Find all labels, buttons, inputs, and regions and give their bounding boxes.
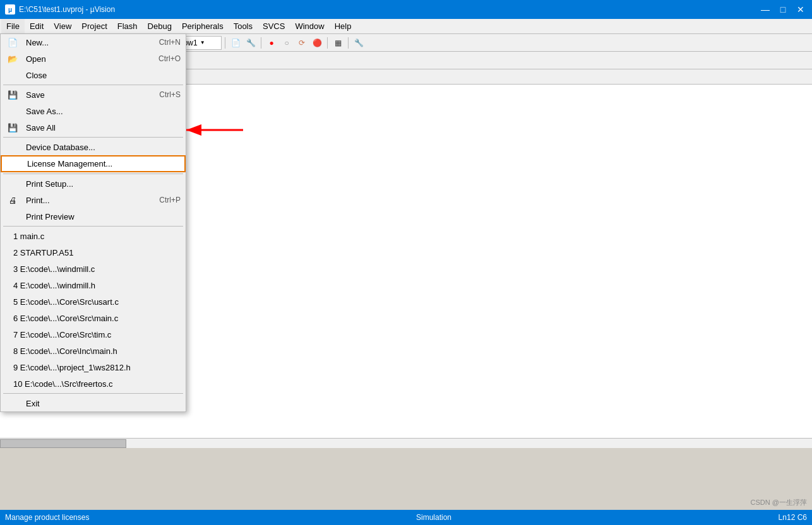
- recent-2[interactable]: 2 STARTUP.A51: [1, 244, 186, 261]
- dropdown-arrow: ▼: [200, 40, 205, 45]
- recent-9-label: 9 E:\code\...\project_1\ws2812.h: [13, 363, 131, 372]
- open-shortcut: Ctrl+O: [158, 54, 181, 63]
- status-bar: Manage product licenses Simulation Ln12 …: [0, 510, 812, 525]
- menu-print[interactable]: 🖨 Print... Ctrl+P: [1, 192, 186, 208]
- menu-help[interactable]: Help: [330, 19, 357, 33]
- status-right: Ln12 C6: [779, 513, 807, 522]
- menu-edit[interactable]: Edit: [25, 19, 49, 33]
- recent-1[interactable]: 1 main.c: [1, 228, 186, 244]
- menu-saveas[interactable]: Save As...: [1, 103, 186, 119]
- menu-print-preview[interactable]: Print Preview: [1, 208, 186, 225]
- sep6: [327, 37, 328, 49]
- sep5: [261, 37, 261, 49]
- maximize-btn[interactable]: □: [777, 4, 789, 15]
- menu-peripherals[interactable]: Peripherals: [177, 19, 229, 33]
- sep4: [225, 37, 225, 49]
- debug-btn2[interactable]: ○: [280, 36, 294, 50]
- menu-device-db[interactable]: Device Database...: [1, 139, 186, 155]
- app-icon: μ: [5, 4, 15, 15]
- recent-3-label: 3 E:\code\...\windmill.c: [13, 264, 95, 274]
- recent-8-label: 8 E:\code\...\Core\Inc\main.h: [13, 346, 117, 356]
- recent-1-label: 1 main.c: [13, 232, 44, 241]
- recent-10-label: 10 E:\code\...\Src\freertos.c: [13, 379, 113, 389]
- file-menu: 📄 New... Ctrl+N 📂 Open Ctrl+O Close 💾 Sa…: [0, 34, 186, 412]
- title-controls[interactable]: — □ ✕: [759, 4, 807, 15]
- recent-8[interactable]: 8 E:\code\...\Core\Inc\main.h: [1, 343, 186, 359]
- title-bar-left: μ E:\C51\test1.uvproj - µVision: [5, 4, 115, 15]
- save-shortcut: Ctrl+S: [159, 90, 181, 99]
- menu-license-label: License Management...: [27, 159, 112, 168]
- tb-icon1[interactable]: 📄: [229, 36, 242, 50]
- menu-device-label: Device Database...: [26, 143, 95, 152]
- recent-4-label: 4 E:\code\...\windmill.h: [13, 281, 95, 290]
- menu-window[interactable]: Window: [290, 19, 329, 33]
- recent-3[interactable]: 3 E:\code\...\windmill.c: [1, 261, 186, 277]
- menu-saveall-label: Save All: [26, 123, 56, 133]
- menu-view[interactable]: View: [49, 19, 76, 33]
- recent-5[interactable]: 5 E:\code\...\Core\Src\usart.c: [1, 293, 186, 310]
- debug-btn1[interactable]: ●: [265, 36, 278, 50]
- menu-new[interactable]: 📄 New... Ctrl+N: [1, 34, 186, 50]
- menu-close-label: Close: [26, 71, 47, 80]
- sep-e: [3, 393, 183, 394]
- menu-new-label: New...: [26, 38, 49, 47]
- status-middle: Simulation: [416, 513, 451, 522]
- sep-d: [3, 226, 183, 227]
- print-icon: 🖨: [4, 196, 21, 205]
- scroll-thumb[interactable]: [0, 439, 126, 448]
- settings-btn[interactable]: 🔧: [352, 36, 366, 50]
- menu-exit[interactable]: Exit: [1, 395, 186, 411]
- sep-b: [3, 137, 183, 138]
- open-icon: 📂: [4, 54, 21, 64]
- menu-svcs[interactable]: SVCS: [258, 19, 290, 33]
- menu-print-setup[interactable]: Print Setup...: [1, 175, 186, 192]
- menu-save[interactable]: 💾 Save Ctrl+S: [1, 86, 186, 103]
- recent-7[interactable]: 7 E:\code\...\Core\Src\tim.c: [1, 326, 186, 343]
- recent-6-label: 6 E:\code\...\Core\Src\main.c: [13, 314, 118, 323]
- menu-save-label: Save: [26, 90, 45, 100]
- menu-debug[interactable]: Debug: [143, 19, 177, 33]
- new-icon: 📄: [4, 38, 21, 47]
- recent-2-label: 2 STARTUP.A51: [13, 248, 73, 257]
- new-shortcut: Ctrl+N: [159, 38, 181, 47]
- menu-bar: File Edit View Project Flash Debug Perip…: [0, 19, 812, 34]
- sep-a: [3, 85, 183, 85]
- saveall-icon: 💾: [4, 123, 21, 133]
- menu-print-setup-label: Print Setup...: [26, 179, 73, 189]
- title-bar: μ E:\C51\test1.uvproj - µVision — □ ✕: [0, 0, 812, 19]
- debug-btn3[interactable]: ⟳: [295, 36, 309, 50]
- menu-file[interactable]: File: [1, 19, 25, 33]
- menu-open[interactable]: 📂 Open Ctrl+O: [1, 50, 186, 67]
- menu-exit-label: Exit: [26, 399, 40, 408]
- menu-saveas-label: Save As...: [26, 107, 63, 116]
- recent-7-label: 7 E:\code\...\Core\Src\tim.c: [13, 330, 111, 339]
- menu-saveall[interactable]: 💾 Save All: [1, 119, 186, 136]
- h-scrollbar[interactable]: [0, 438, 812, 448]
- recent-10[interactable]: 10 E:\code\...\Src\freertos.c: [1, 375, 186, 392]
- minimize-btn[interactable]: —: [759, 4, 772, 15]
- tb-icon2[interactable]: 🔧: [244, 36, 258, 50]
- menu-flash[interactable]: Flash: [112, 19, 143, 33]
- debug-btn4[interactable]: 🔴: [310, 36, 324, 50]
- menu-tools[interactable]: Tools: [229, 19, 258, 33]
- view-btn1[interactable]: ▦: [331, 36, 345, 50]
- menu-print-preview-label: Print Preview: [26, 212, 75, 221]
- close-btn[interactable]: ✕: [794, 4, 807, 15]
- recent-9[interactable]: 9 E:\code\...\project_1\ws2812.h: [1, 359, 186, 375]
- menu-print-label: Print...: [26, 196, 50, 205]
- watermark: CSDN @一生浮萍: [751, 498, 807, 507]
- menu-open-label: Open: [26, 54, 46, 64]
- menu-project[interactable]: Project: [76, 19, 112, 33]
- print-shortcut: Ctrl+P: [159, 196, 181, 204]
- recent-6[interactable]: 6 E:\code\...\Core\Src\main.c: [1, 310, 186, 326]
- recent-5-label: 5 E:\code\...\Core\Src\usart.c: [13, 297, 119, 307]
- sep7: [348, 37, 349, 49]
- save-icon: 💾: [4, 90, 21, 100]
- recent-4[interactable]: 4 E:\code\...\windmill.h: [1, 277, 186, 293]
- title-text: E:\C51\test1.uvproj - µVision: [19, 5, 115, 14]
- menu-close[interactable]: Close: [1, 67, 186, 83]
- status-left: Manage product licenses: [5, 513, 89, 522]
- sep-c: [3, 174, 183, 174]
- menu-license[interactable]: License Management...: [1, 155, 186, 172]
